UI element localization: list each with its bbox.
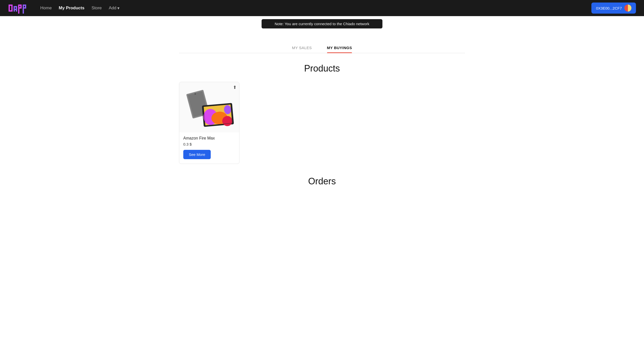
product-info: Amazon Fire Max 0.3 $ See More (179, 132, 239, 164)
product-name: Amazon Fire Max (183, 136, 235, 141)
share-icon-button[interactable]: ⬆ (233, 85, 237, 90)
svg-rect-3 (11, 5, 13, 12)
svg-rect-12 (23, 5, 24, 14)
wallet-button[interactable]: 0X3E00...2CF7 (591, 3, 636, 14)
logo[interactable] (8, 3, 28, 14)
nav-store[interactable]: Store (91, 6, 102, 11)
main-content: MY SALES MY BUYINGS Products ⬆ (171, 28, 473, 192)
wallet-avatar-icon (624, 5, 631, 12)
tab-my-buyings[interactable]: MY BUYINGS (327, 46, 352, 53)
wallet-address: 0X3E00...2CF7 (596, 6, 622, 10)
svg-rect-15 (23, 7, 26, 9)
orders-section-title: Orders (179, 176, 465, 187)
nav-my-products[interactable]: My Products (59, 6, 84, 11)
see-more-button[interactable]: See More (183, 150, 211, 159)
share-icon: ⬆ (233, 85, 237, 90)
svg-rect-7 (14, 9, 17, 10)
navbar: Home My Products Store Add ▾ 0X3E00...2C… (0, 0, 644, 16)
product-card: ⬆ (179, 82, 239, 164)
nav-home[interactable]: Home (40, 6, 52, 11)
product-image-wrap: ⬆ (179, 82, 239, 132)
nav-links: Home My Products Store Add ▾ (40, 6, 583, 11)
svg-rect-8 (18, 5, 19, 14)
network-banner: Note: You are currently connected to the… (262, 19, 382, 28)
logo-svg (8, 3, 28, 14)
svg-rect-11 (18, 7, 22, 9)
chevron-down-icon: ▾ (117, 6, 120, 11)
product-grid: ⬆ (179, 82, 465, 164)
network-banner-text: Note: You are currently connected to the… (275, 22, 369, 26)
product-price: 0.3 $ (183, 142, 235, 146)
tabs-container: MY SALES MY BUYINGS (179, 46, 465, 53)
products-section-title: Products (179, 63, 465, 74)
tab-my-sales[interactable]: MY SALES (292, 46, 312, 53)
product-image-svg (183, 85, 236, 129)
nav-add[interactable]: Add ▾ (109, 6, 120, 11)
